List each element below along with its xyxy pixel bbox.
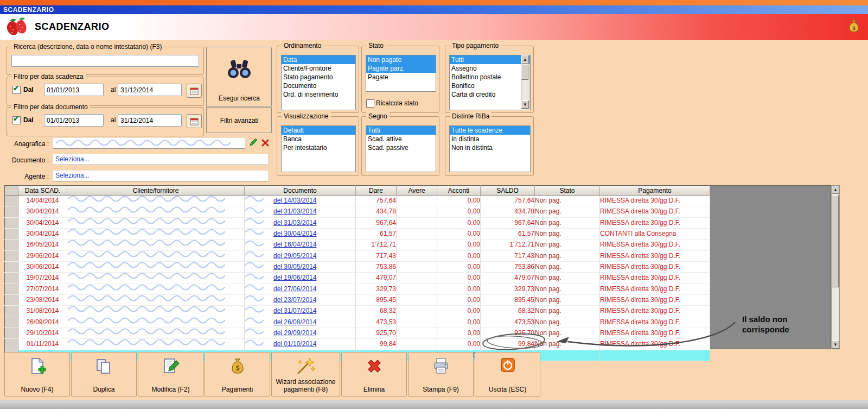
documento-field[interactable]: Seleziona... [53,154,269,165]
window-titlebar[interactable]: SCADENZARIO [0,5,868,14]
list-option-documento[interactable]: Documento [282,81,355,90]
data-documento-dal-input[interactable] [44,114,104,127]
row-selector[interactable] [5,317,18,328]
pagamenti-button[interactable]: $Pagamenti [205,352,270,397]
list-option-tutti[interactable]: Tutti [450,55,530,64]
table-row[interactable]: 29/10/2014del 29/09/2014925,700,00925,70… [5,328,710,338]
scrollbar-track[interactable] [521,64,529,100]
list-option-data[interactable]: Data [282,55,355,64]
documento-link[interactable]: del 01/10/2014 [273,340,316,348]
list-option-carta-di-credito[interactable]: Carta di credito [450,90,530,99]
list-option-non-in-distinta[interactable]: Non in distinta [450,143,530,152]
table-scrollbar[interactable]: ▲ ▼ [831,185,840,349]
data-documento-calendar-button[interactable] [187,114,202,128]
column-header-avere[interactable]: Avere [397,186,437,196]
anagrafica-clear-icon[interactable] [261,139,269,148]
visualizzazione-listbox[interactable]: DefaultBancaPer intestatario [281,125,356,172]
tipo-pagamento-scrollbar[interactable]: ▲ ▼ [521,55,529,109]
documento-link[interactable]: del 23/07/2014 [273,296,316,304]
documento-link[interactable]: del 27/06/2014 [273,285,316,293]
documento-link[interactable]: del 29/05/2014 [273,252,316,260]
list-option-ord-di-inserimento[interactable]: Ord. di inserimento [282,90,355,99]
row-selector[interactable] [5,206,18,217]
nuovo-button[interactable]: Nuovo (F4) [4,352,70,397]
row-selector[interactable] [5,250,18,261]
list-option-bollettino-postale[interactable]: Bollettino postale [450,73,530,81]
column-header-stato[interactable]: Stato [535,186,600,196]
elimina-button[interactable]: Elimina [341,352,407,397]
table-row[interactable]: 30/04/2014del 31/03/2014967,640,00967,64… [5,217,710,228]
list-option-bonifico[interactable]: Bonifico [450,81,530,90]
table-row[interactable]: 30/04/2014del 31/03/2014434,780,00434,78… [5,206,710,217]
table-row[interactable]: 31/08/2014del 31/07/201468,320,0068,32No… [5,306,710,317]
table-row[interactable]: 27/07/2014del 27/06/2014329,730,00329,73… [5,284,710,294]
esegui-ricerca-button[interactable]: Esegui ricerca [206,47,272,107]
row-selector[interactable] [5,228,18,239]
list-option-scad-attive[interactable]: Scad. attive [366,135,436,143]
list-option-assegno[interactable]: Assegno [450,64,530,73]
data-scadenza-calendar-button[interactable] [187,84,202,98]
column-header-acconti[interactable]: Acconti [437,186,481,196]
list-option-tutti[interactable]: Tutti [366,126,436,135]
table-row[interactable]: 30/06/2014del 30/05/2014753,860,00753,86… [5,261,710,272]
wizard-associazione-pagamenti-button[interactable]: Wizard associazione pagamenti (F8) [271,352,340,397]
search-input[interactable] [11,55,199,67]
list-option-per-intestatario[interactable]: Per intestatario [282,143,355,152]
uscita-button[interactable]: Uscita (ESC) [475,352,540,397]
documento-link[interactable]: del 31/03/2014 [273,207,316,215]
table-row[interactable]: 30/04/2014del 30/04/201461,570,0061,57No… [5,228,710,239]
table-row[interactable]: 26/09/2014del 26/08/2014473,530,00473,53… [5,317,710,328]
data-scadenza-dal-input[interactable] [44,84,104,96]
scroll-up-icon[interactable]: ▲ [832,186,839,194]
documento-link[interactable]: del 31/03/2014 [273,219,316,226]
documento-link[interactable]: del 30/04/2014 [273,230,316,237]
stato-listbox[interactable]: Non pagatePagate parz.Pagate [366,55,436,92]
documento-link[interactable]: del 26/08/2014 [273,318,316,326]
documento-link[interactable]: del 14/03/2014 [273,197,316,204]
segno-listbox[interactable]: TuttiScad. attiveScad. passive [366,125,436,172]
list-option-cliente-fornitore[interactable]: Cliente/Fornitore [282,64,355,73]
column-header-saldo[interactable]: SALDO [481,186,535,196]
table-row[interactable]: 19/07/2014del 19/06/2014479,070,00479,07… [5,273,710,284]
dal-scadenza-checkbox[interactable]: ✔ [12,86,21,94]
documento-link[interactable]: del 31/07/2014 [273,307,316,314]
list-option-stato-pagamento[interactable]: Stato pagamento [282,73,355,81]
column-header-pagamento[interactable]: Pagamento [600,186,710,196]
list-option-pagate-parz-[interactable]: Pagate parz. [366,64,436,73]
row-selector[interactable] [5,196,18,206]
column-header-documento[interactable]: Documento [245,186,356,196]
list-option-scad-passive[interactable]: Scad. passive [366,143,436,152]
scrollbar-thumb[interactable] [832,195,839,287]
ordinamento-listbox[interactable]: DataCliente/FornitoreStato pagamentoDocu… [281,55,356,110]
row-selector[interactable] [5,284,18,294]
scrollbar-track[interactable] [832,194,839,341]
row-selector[interactable] [5,328,18,338]
documento-link[interactable]: del 29/09/2014 [273,329,316,337]
row-selector[interactable] [5,306,18,317]
list-option-in-distinta[interactable]: In distinta [450,135,530,143]
list-option-banca[interactable]: Banca [282,135,355,143]
data-documento-al-input[interactable] [118,114,182,127]
documento-link[interactable]: del 19/06/2014 [273,274,316,281]
ricalcola-stato-checkbox[interactable] [366,99,374,108]
table-row[interactable]: 16/05/2014del 16/04/20141'712,710,001'71… [5,240,710,250]
anagrafica-field[interactable] [53,137,246,149]
documento-link[interactable]: del 30/05/2014 [273,263,316,270]
column-header-dare[interactable]: Dare [356,186,397,196]
data-scadenza-al-input[interactable] [118,84,182,96]
agente-field[interactable]: Seleziona... [53,170,269,181]
scroll-down-icon[interactable]: ▼ [832,341,839,349]
row-selector[interactable] [5,339,18,350]
table-row[interactable]: 14/04/2014del 14/03/2014757,640,00757,64… [5,196,710,206]
table-row[interactable]: 01/11/2014del 01/10/201499,840,0099,84No… [5,339,710,350]
scroll-up-icon[interactable]: ▲ [521,55,529,64]
modifica-button[interactable]: Modifica (F2) [138,352,203,397]
tipo-pagamento-listbox[interactable]: TuttiAssegnoBollettino postaleBonificoCa… [449,55,531,110]
column-header-cliente[interactable]: Cliente/fornitore [67,186,245,196]
row-selector[interactable] [5,240,18,250]
table-row[interactable]: 23/08/2014del 23/07/2014895,450,00895,45… [5,294,710,305]
column-header-data-scad[interactable]: Data SCAD. [18,186,67,196]
dal-documento-checkbox[interactable]: ✔ [12,116,21,124]
distinte-riba-listbox[interactable]: Tutte le scadenzeIn distintaNon in disti… [449,125,531,172]
row-selector[interactable] [5,261,18,272]
